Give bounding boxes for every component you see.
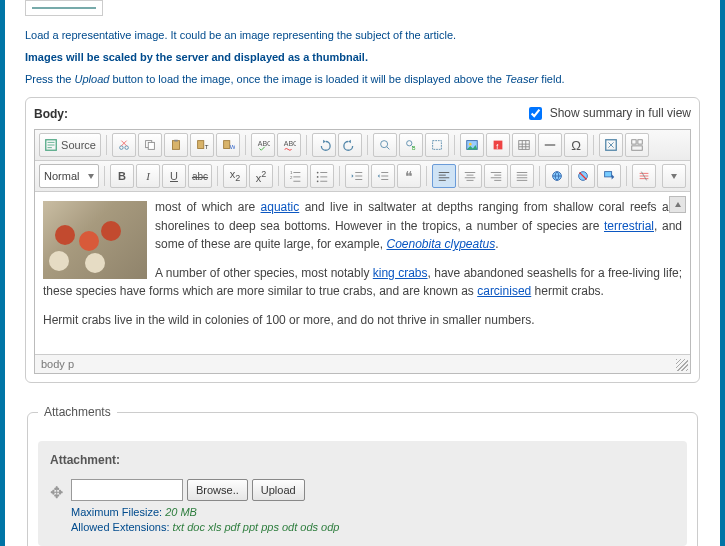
svg-point-1 xyxy=(120,146,124,150)
link-button[interactable] xyxy=(545,164,569,188)
maximize-button[interactable] xyxy=(599,133,623,157)
svg-point-2 xyxy=(125,146,129,150)
content-image xyxy=(43,201,147,279)
editor-toolbar-row-2: Normal B I U abc x2 x2 12 ❝ xyxy=(35,161,690,192)
align-right-button[interactable] xyxy=(484,164,508,188)
svg-text:B: B xyxy=(412,145,416,151)
show-summary-checkbox[interactable] xyxy=(529,107,542,120)
strike-button[interactable]: abc xyxy=(188,164,212,188)
paste-text-button[interactable]: T xyxy=(190,133,214,157)
undo-button[interactable] xyxy=(312,133,336,157)
svg-rect-5 xyxy=(173,141,180,150)
attachments-fieldset: Attachments Attachment: ✥ Browse.. Uploa… xyxy=(27,405,698,546)
table-button[interactable] xyxy=(512,133,536,157)
editor-status-bar: body p xyxy=(35,354,690,373)
svg-text:W: W xyxy=(230,143,235,150)
link-terrestrial[interactable]: terrestrial xyxy=(604,219,654,233)
find-button[interactable] xyxy=(373,133,397,157)
link-king-crabs[interactable]: king crabs xyxy=(373,266,428,280)
blockquote-button[interactable]: ❝ xyxy=(397,164,421,188)
svg-rect-7 xyxy=(198,141,204,149)
svg-rect-24 xyxy=(638,140,642,144)
editor-toolbar-row-1: Source T W ABC ABC B f Ω xyxy=(35,130,690,161)
copy-button[interactable] xyxy=(138,133,162,157)
spellcheck-button[interactable]: ABC xyxy=(251,133,275,157)
svg-rect-16 xyxy=(433,141,442,150)
scroll-up-icon[interactable] xyxy=(669,196,686,213)
svg-rect-6 xyxy=(174,140,178,142)
image-thumbnail xyxy=(32,7,96,9)
chevron-down-icon xyxy=(88,174,94,179)
allowed-extensions-hint: Allowed Extensions: txt doc xls pdf ppt … xyxy=(71,520,675,535)
svg-rect-4 xyxy=(148,142,154,149)
special-char-button[interactable]: Ω xyxy=(564,133,588,157)
flash-button[interactable]: f xyxy=(486,133,510,157)
hint-line-2: Images will be scaled by the server and … xyxy=(25,51,700,63)
redo-button[interactable] xyxy=(338,133,362,157)
outdent-button[interactable] xyxy=(345,164,369,188)
toolbar-collapse-button[interactable] xyxy=(662,164,686,188)
select-all-button[interactable] xyxy=(425,133,449,157)
svg-point-30 xyxy=(317,180,319,182)
align-center-button[interactable] xyxy=(458,164,482,188)
svg-text:ABC: ABC xyxy=(258,140,270,147)
hr-button[interactable] xyxy=(538,133,562,157)
svg-rect-33 xyxy=(605,172,612,177)
anchor-button[interactable] xyxy=(597,164,621,188)
drag-handle-icon[interactable]: ✥ xyxy=(50,479,63,502)
paste-button[interactable] xyxy=(164,133,188,157)
spellcheck-as-type-button[interactable]: ABC xyxy=(277,133,301,157)
link-coenobita[interactable]: Coenobita clypeatus xyxy=(386,237,495,251)
editor-content-area[interactable]: most of which are aquatic and live in sa… xyxy=(35,192,690,354)
browse-button[interactable]: Browse.. xyxy=(187,479,248,501)
remove-format-button[interactable] xyxy=(632,164,656,188)
svg-text:f: f xyxy=(496,143,498,150)
upload-button[interactable]: Upload xyxy=(252,479,305,501)
max-filesize-hint: Maximum Filesize: 20 MB xyxy=(71,505,675,520)
superscript-button[interactable]: x2 xyxy=(249,164,273,188)
link-aquatic[interactable]: aquatic xyxy=(261,200,300,214)
attachment-block-1: Attachment: ✥ Browse.. Upload Maximum Fi… xyxy=(38,441,687,546)
attachments-legend: Attachments xyxy=(38,405,117,419)
hint-line-1: Load a representative image. It could be… xyxy=(25,29,700,41)
replace-button[interactable]: B xyxy=(399,133,423,157)
bullet-list-button[interactable] xyxy=(310,164,334,188)
cut-button[interactable] xyxy=(112,133,136,157)
align-left-button[interactable] xyxy=(432,164,456,188)
rich-text-editor: Source T W ABC ABC B f Ω xyxy=(34,129,691,374)
align-justify-button[interactable] xyxy=(510,164,534,188)
svg-point-18 xyxy=(469,143,472,146)
italic-button[interactable]: I xyxy=(136,164,160,188)
attachment-label: Attachment: xyxy=(50,453,675,467)
image-button[interactable] xyxy=(460,133,484,157)
numbered-list-button[interactable]: 12 xyxy=(284,164,308,188)
svg-rect-9 xyxy=(224,141,230,149)
hint-line-3: Press the Upload button to load the imag… xyxy=(25,73,700,85)
show-blocks-button[interactable] xyxy=(625,133,649,157)
resize-handle[interactable] xyxy=(676,359,688,371)
file-path-input[interactable] xyxy=(71,479,183,501)
svg-rect-25 xyxy=(632,146,643,150)
underline-button[interactable]: U xyxy=(162,164,186,188)
indent-button[interactable] xyxy=(371,164,395,188)
body-field-label: Body: xyxy=(34,107,68,121)
source-button[interactable]: Source xyxy=(39,133,101,157)
svg-text:T: T xyxy=(205,143,209,150)
svg-rect-21 xyxy=(519,141,530,150)
svg-text:2: 2 xyxy=(290,175,293,180)
svg-text:ABC: ABC xyxy=(284,140,296,147)
format-select[interactable]: Normal xyxy=(39,164,99,188)
svg-point-28 xyxy=(317,172,319,174)
svg-point-29 xyxy=(317,176,319,178)
svg-point-13 xyxy=(381,141,388,148)
body-editor-panel: Body: Show summary in full view Source T… xyxy=(25,97,700,383)
link-carcinised[interactable]: carcinised xyxy=(477,284,531,298)
unlink-button[interactable] xyxy=(571,164,595,188)
paste-word-button[interactable]: W xyxy=(216,133,240,157)
show-summary-toggle[interactable]: Show summary in full view xyxy=(525,104,691,123)
subscript-button[interactable]: x2 xyxy=(223,164,247,188)
bold-button[interactable]: B xyxy=(110,164,134,188)
svg-rect-23 xyxy=(632,140,636,144)
image-preview-box xyxy=(25,0,103,16)
